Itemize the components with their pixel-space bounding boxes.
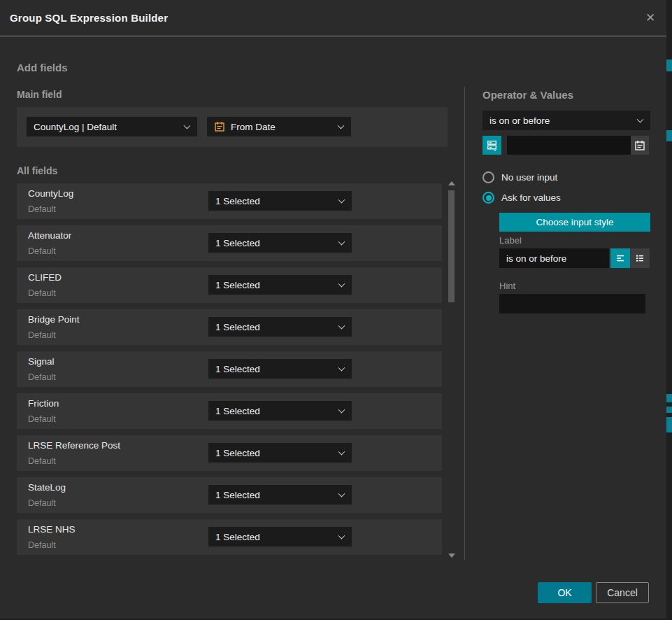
operator-values-heading: Operator & Values bbox=[482, 89, 573, 101]
operator-select-value: is on or before bbox=[489, 115, 550, 126]
chevron-down-icon bbox=[338, 533, 345, 540]
field-row-lrse-reference-post: LRSE Reference Post Default 1 Selected bbox=[17, 435, 442, 471]
chevron-down-icon bbox=[338, 407, 345, 414]
field-subtitle: Default bbox=[28, 414, 56, 424]
field-values-select[interactable]: 1 Selected bbox=[208, 443, 352, 463]
radio-circle-icon bbox=[482, 192, 494, 204]
field-row-lrse-nhs: LRSE NHS Default 1 Selected bbox=[17, 519, 442, 555]
field-row-friction: Friction Default 1 Selected bbox=[17, 393, 442, 429]
ok-button[interactable]: OK bbox=[538, 582, 592, 603]
field-subtitle: Default bbox=[28, 204, 56, 214]
calendar-icon bbox=[214, 121, 225, 132]
field-values-select[interactable]: 1 Selected bbox=[208, 359, 352, 379]
label-input[interactable]: is on or before bbox=[499, 248, 609, 268]
radio-label: No user input bbox=[501, 172, 557, 183]
label-field-label: Label bbox=[499, 235, 522, 246]
field-subtitle: Default bbox=[28, 288, 56, 298]
select-value: 1 Selected bbox=[215, 406, 260, 416]
field-row-statelog: StateLog Default 1 Selected bbox=[17, 477, 442, 513]
choose-input-style-button[interactable]: Choose input style bbox=[499, 213, 650, 232]
all-fields-label: All fields bbox=[17, 165, 57, 176]
radio-circle-icon bbox=[482, 171, 494, 183]
value-input[interactable] bbox=[507, 136, 649, 155]
all-fields-list: CountyLog Default 1 Selected Attenuator … bbox=[17, 183, 442, 561]
field-name: LRSE Reference Post bbox=[28, 440, 120, 451]
select-value: 1 Selected bbox=[215, 196, 260, 206]
select-value: 1 Selected bbox=[215, 532, 260, 542]
field-name: LRSE NHS bbox=[28, 524, 76, 535]
field-row-bridge-point: Bridge Point Default 1 Selected bbox=[17, 309, 442, 345]
chevron-down-icon bbox=[338, 197, 345, 204]
select-value: 1 Selected bbox=[215, 448, 260, 458]
background-widget-fragment bbox=[666, 59, 672, 71]
field-values-select[interactable]: 1 Selected bbox=[208, 401, 352, 421]
scrollbar-thumb[interactable] bbox=[448, 190, 455, 302]
dialog-header: Group SQL Expression Builder ✕ bbox=[0, 0, 666, 36]
chevron-down-icon bbox=[338, 449, 345, 456]
scrollbar-up-arrow[interactable] bbox=[448, 181, 455, 185]
scrollbar-down-arrow[interactable] bbox=[448, 554, 455, 558]
chevron-down-icon bbox=[338, 365, 345, 372]
layer-select[interactable]: CountyLog | Default bbox=[27, 117, 197, 136]
single-line-input-icon[interactable] bbox=[610, 248, 630, 268]
field-name: Signal bbox=[28, 356, 55, 367]
date-picker-icon[interactable] bbox=[631, 136, 649, 155]
dialog-title: Group SQL Expression Builder bbox=[10, 12, 168, 24]
layer-select-value: CountyLog | Default bbox=[34, 122, 117, 132]
group-sql-expression-builder-dialog: Group SQL Expression Builder ✕ Add field… bbox=[0, 0, 666, 619]
close-icon[interactable]: ✕ bbox=[641, 9, 659, 27]
field-name: Attenuator bbox=[28, 230, 71, 241]
field-row-clifed: CLIFED Default 1 Selected bbox=[17, 267, 442, 303]
field-row-signal: Signal Default 1 Selected bbox=[17, 351, 442, 387]
hint-field-label: Hint bbox=[499, 281, 515, 291]
field-subtitle: Default bbox=[28, 498, 56, 508]
chevron-down-icon bbox=[184, 122, 191, 129]
field-values-select[interactable]: 1 Selected bbox=[208, 191, 352, 211]
field-name: Bridge Point bbox=[28, 314, 80, 325]
list-input-icon[interactable] bbox=[630, 248, 650, 268]
background-widget-fragment bbox=[666, 407, 672, 413]
field-name: CountyLog bbox=[28, 188, 73, 199]
select-value: 1 Selected bbox=[215, 322, 260, 332]
field-subtitle: Default bbox=[28, 372, 56, 382]
unique-values-icon[interactable] bbox=[482, 136, 501, 155]
background-widget-fragment bbox=[666, 394, 672, 402]
chevron-down-icon bbox=[637, 116, 644, 123]
field-values-select[interactable]: 1 Selected bbox=[208, 317, 352, 337]
field-subtitle: Default bbox=[28, 540, 56, 550]
field-row-attenuator: Attenuator Default 1 Selected bbox=[17, 225, 442, 261]
hint-input[interactable] bbox=[499, 294, 645, 313]
field-values-select[interactable]: 1 Selected bbox=[208, 275, 352, 295]
field-subtitle: Default bbox=[28, 330, 56, 340]
field-values-select[interactable]: 1 Selected bbox=[208, 233, 352, 253]
chevron-down-icon bbox=[338, 491, 345, 498]
panel-divider bbox=[464, 87, 465, 560]
field-values-select[interactable]: 1 Selected bbox=[208, 485, 352, 505]
select-value: 1 Selected bbox=[215, 280, 260, 290]
operator-select[interactable]: is on or before bbox=[482, 111, 650, 130]
radio-label: Ask for values bbox=[501, 192, 561, 203]
main-field-select-value: From Date bbox=[231, 122, 276, 132]
radio-selected-dot bbox=[486, 195, 492, 201]
field-name: Friction bbox=[28, 398, 59, 409]
background-widget-fragment bbox=[666, 417, 672, 432]
field-name: StateLog bbox=[28, 482, 66, 493]
radio-no-user-input[interactable]: No user input bbox=[482, 171, 557, 183]
select-value: 1 Selected bbox=[215, 238, 260, 248]
select-value: 1 Selected bbox=[215, 490, 260, 500]
chevron-down-icon bbox=[338, 239, 345, 246]
chevron-down-icon bbox=[338, 122, 345, 129]
main-field-select[interactable]: From Date bbox=[207, 117, 351, 136]
field-values-select[interactable]: 1 Selected bbox=[208, 527, 352, 547]
field-subtitle: Default bbox=[28, 456, 56, 466]
field-name: CLIFED bbox=[28, 272, 62, 283]
field-row-countylog: CountyLog Default 1 Selected bbox=[17, 183, 442, 219]
chevron-down-icon bbox=[338, 281, 345, 288]
field-subtitle: Default bbox=[28, 246, 56, 256]
cancel-button[interactable]: Cancel bbox=[596, 582, 649, 603]
add-fields-heading: Add fields bbox=[17, 62, 68, 73]
chevron-down-icon bbox=[338, 323, 345, 330]
main-field-box: CountyLog | Default From Date bbox=[17, 107, 448, 147]
radio-ask-for-values[interactable]: Ask for values bbox=[482, 192, 561, 204]
select-value: 1 Selected bbox=[215, 364, 260, 374]
